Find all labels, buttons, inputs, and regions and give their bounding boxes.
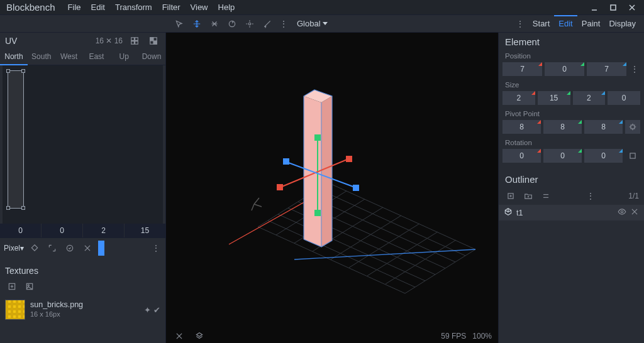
vertex-snap-icon[interactable]	[260, 17, 274, 31]
close-button[interactable]	[623, 1, 641, 14]
mode-tab-edit[interactable]: Edit	[554, 15, 577, 31]
outliner-item[interactable]: t1	[499, 205, 644, 220]
mode-tab-display[interactable]: Display	[604, 16, 640, 31]
pivot-x-input[interactable]: 8	[502, 120, 541, 134]
coordinate-space-label: Global	[297, 19, 321, 28]
menu-file[interactable]: File	[63, 1, 86, 13]
position-y-input[interactable]: 0	[545, 62, 584, 76]
svg-line-39	[294, 249, 475, 259]
uv-face-east[interactable]: East	[82, 49, 110, 65]
outliner-tools: 1/1	[499, 187, 644, 205]
uv-face-up[interactable]: Up	[110, 49, 138, 65]
uv-grid-icon[interactable]	[128, 34, 142, 48]
svg-rect-45	[314, 134, 321, 141]
outliner-count: 1/1	[628, 192, 639, 200]
cursor-tool-icon[interactable]	[172, 17, 186, 31]
outliner-panel-title: Outliner	[499, 170, 644, 187]
visibility-icon[interactable]	[618, 207, 626, 218]
uv-selection-rect[interactable]	[8, 70, 24, 209]
uv-face-down[interactable]: Down	[138, 49, 165, 65]
uv-value-y2[interactable]: 15	[125, 224, 165, 237]
rotate-tool-icon[interactable]	[225, 17, 239, 31]
svg-rect-52	[353, 185, 359, 191]
svg-rect-6	[131, 38, 135, 41]
menu-edit[interactable]: Edit	[86, 1, 110, 13]
outliner-toggle-icon[interactable]	[539, 189, 553, 203]
move-tool-icon[interactable]	[190, 17, 204, 31]
size-x-input[interactable]: 2	[502, 91, 535, 105]
rotation-x-input[interactable]: 0	[502, 149, 541, 163]
mode-tabs: Start Edit Paint Display	[512, 16, 640, 31]
position-z-input[interactable]: 7	[587, 62, 626, 76]
toggle-sidebar-icon[interactable]	[172, 329, 186, 343]
inflate-input[interactable]: 0	[608, 91, 640, 105]
svg-marker-41	[321, 96, 332, 247]
mode-tabs-more-icon[interactable]	[512, 19, 528, 29]
uv-value-x1[interactable]: 0	[0, 224, 42, 237]
toggle-ground-icon[interactable]	[192, 329, 206, 343]
mode-tab-start[interactable]: Start	[528, 16, 554, 31]
uv-face-north[interactable]: North	[0, 49, 28, 65]
svg-line-27	[318, 189, 465, 256]
uv-face-tabs: North South West East Up Down	[0, 49, 165, 65]
tools-more-icon[interactable]	[278, 19, 289, 29]
rotation-z-input[interactable]: 0	[584, 149, 623, 163]
toolbar: Global Start Edit Paint Display	[0, 15, 644, 33]
uv-face-south[interactable]: South	[28, 49, 55, 65]
uv-canvas[interactable]	[3, 65, 163, 224]
uv-pixel-dropdown[interactable]: Pixel▾	[4, 244, 24, 253]
position-label: Position	[499, 50, 644, 61]
pivot-y-input[interactable]: 8	[543, 120, 582, 134]
texture-saved-icon: ✔	[153, 305, 160, 315]
uv-value-y1[interactable]: 0	[42, 224, 83, 237]
textures-panel: Textures sun_bricks.png 16 x 16px ✦ ✔	[0, 262, 165, 343]
texture-item[interactable]: sun_bricks.png 16 x 16px ✦ ✔	[0, 296, 165, 324]
uv-fill-icon[interactable]	[28, 241, 42, 255]
uv-values: 0 0 2 15	[0, 224, 165, 237]
resize-tool-icon[interactable]	[208, 17, 221, 31]
add-group-icon[interactable]	[521, 189, 535, 203]
right-panel: Element Position 7 0 7 Size 2 15 2 0 Piv…	[498, 33, 644, 343]
3d-viewport[interactable]	[166, 33, 498, 329]
svg-rect-46	[314, 210, 321, 216]
menu-view[interactable]: View	[186, 1, 213, 13]
uv-face-west[interactable]: West	[55, 49, 83, 65]
menu-transform[interactable]: Transform	[110, 1, 157, 13]
center-pivot-icon[interactable]	[625, 120, 640, 134]
menu-help[interactable]: Help	[213, 1, 240, 13]
add-texture-icon[interactable]	[5, 280, 19, 293]
uv-tools: Pixel▾	[0, 237, 165, 258]
delete-item-icon[interactable]	[630, 207, 639, 218]
color-swatch[interactable]	[98, 241, 104, 256]
uv-clear-icon[interactable]	[80, 241, 94, 255]
uv-tools-more-icon[interactable]	[150, 243, 162, 253]
uv-value-x2[interactable]: 2	[83, 224, 125, 237]
size-z-input[interactable]: 2	[573, 91, 606, 105]
maximize-button[interactable]	[604, 1, 623, 14]
mode-tab-paint[interactable]: Paint	[577, 16, 605, 31]
add-cube-icon[interactable]	[504, 189, 518, 203]
svg-rect-9	[135, 41, 138, 45]
svg-point-68	[621, 210, 623, 213]
texture-dimensions: 16 x 16px	[30, 310, 83, 319]
size-y-input[interactable]: 15	[538, 91, 570, 105]
import-texture-icon[interactable]	[23, 280, 36, 293]
rescale-checkbox[interactable]	[625, 149, 640, 163]
texture-particle-icon[interactable]: ✦	[144, 305, 151, 315]
menu-filter[interactable]: Filter	[157, 1, 186, 13]
coordinate-space-dropdown[interactable]: Global	[293, 19, 331, 28]
svg-point-20	[28, 285, 29, 286]
uv-auto-icon[interactable]	[63, 241, 77, 255]
uv-resolution: 16 ✕ 16	[96, 36, 123, 45]
rotation-y-input[interactable]: 0	[543, 149, 582, 163]
position-x-input[interactable]: 7	[502, 62, 542, 76]
position-more-icon[interactable]	[629, 64, 640, 74]
svg-rect-51	[283, 158, 289, 165]
outliner-more-icon[interactable]	[586, 191, 595, 201]
minimize-button[interactable]	[585, 1, 604, 14]
pivot-tool-icon[interactable]	[243, 17, 257, 31]
pivot-z-input[interactable]: 8	[584, 120, 623, 134]
uv-max-icon[interactable]	[45, 241, 59, 255]
pivot-label: Pivot Point	[499, 107, 644, 119]
uv-checker-icon[interactable]	[147, 34, 160, 48]
